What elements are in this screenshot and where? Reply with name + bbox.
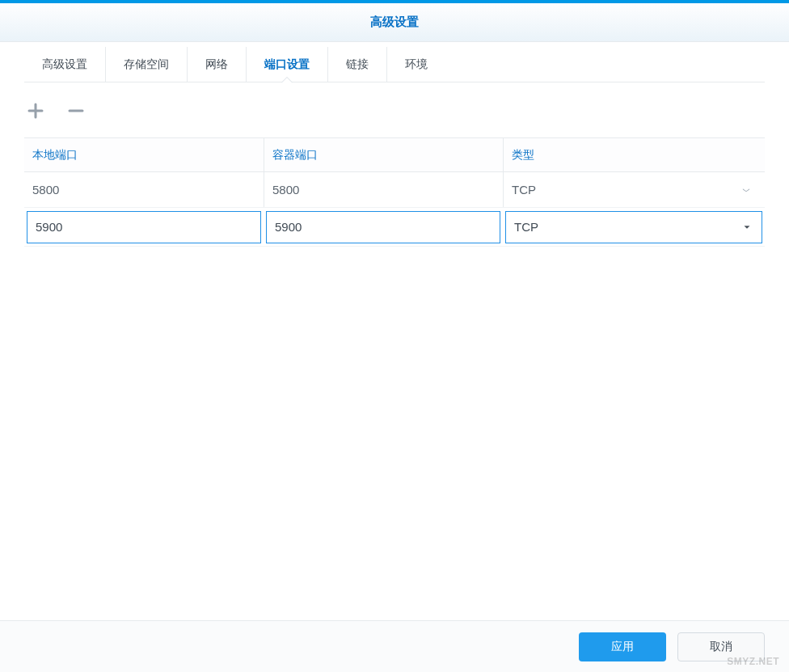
dialog-title: 高级设置 bbox=[370, 15, 419, 30]
apply-button-label: 应用 bbox=[611, 640, 634, 654]
apply-button[interactable]: 应用 bbox=[579, 632, 666, 661]
tab-storage[interactable]: 存储空间 bbox=[105, 47, 187, 82]
type-select[interactable] bbox=[505, 211, 762, 243]
type-select-input[interactable] bbox=[505, 211, 762, 243]
plus-icon bbox=[26, 101, 45, 123]
cell-container-port: 5800 bbox=[264, 172, 503, 207]
cell-type bbox=[503, 208, 765, 246]
dialog-footer: 应用 取消 bbox=[0, 620, 789, 672]
table-row[interactable] bbox=[24, 208, 765, 247]
column-type[interactable]: 类型 bbox=[503, 138, 765, 171]
tab-label: 存储空间 bbox=[124, 57, 169, 72]
minus-icon bbox=[66, 101, 86, 123]
tab-advanced[interactable]: 高级设置 bbox=[24, 47, 105, 82]
tab-bar: 高级设置 存储空间 网络 端口设置 链接 环境 bbox=[24, 47, 765, 82]
tab-label: 端口设置 bbox=[264, 57, 310, 72]
cell-type-value: TCP bbox=[512, 183, 536, 197]
remove-button[interactable] bbox=[65, 100, 87, 123]
cell-container-port bbox=[264, 208, 503, 246]
dialog-body: 高级设置 存储空间 网络 端口设置 链接 环境 本地端口 容器端口 bbox=[0, 42, 789, 620]
toolbar bbox=[24, 82, 765, 137]
container-port-input[interactable] bbox=[266, 211, 500, 243]
tab-label: 网络 bbox=[205, 57, 228, 72]
port-table: 本地端口 容器端口 类型 5800 5800 TCP bbox=[24, 137, 765, 611]
tab-network[interactable]: 网络 bbox=[187, 47, 246, 82]
cell-local-port bbox=[24, 208, 264, 246]
add-button[interactable] bbox=[24, 100, 47, 123]
column-local-port[interactable]: 本地端口 bbox=[24, 138, 264, 171]
cell-type: TCP bbox=[503, 172, 765, 207]
chevron-down-icon bbox=[741, 222, 753, 233]
advanced-settings-dialog: 高级设置 高级设置 存储空间 网络 端口设置 链接 环境 bbox=[0, 0, 789, 672]
table-row[interactable]: 5800 5800 TCP bbox=[24, 172, 765, 208]
dialog-header: 高级设置 bbox=[0, 3, 789, 42]
cell-local-port: 5800 bbox=[24, 172, 264, 207]
cancel-button[interactable]: 取消 bbox=[677, 632, 765, 661]
chevron-down-icon bbox=[740, 184, 752, 196]
tab-links[interactable]: 链接 bbox=[327, 47, 386, 82]
tab-label: 高级设置 bbox=[42, 57, 87, 72]
tab-port-settings[interactable]: 端口设置 bbox=[246, 47, 327, 82]
cancel-button-label: 取消 bbox=[710, 640, 732, 654]
table-header: 本地端口 容器端口 类型 bbox=[24, 138, 765, 172]
tab-label: 链接 bbox=[346, 57, 369, 72]
local-port-input[interactable] bbox=[27, 211, 261, 243]
tab-environment[interactable]: 环境 bbox=[386, 47, 445, 82]
tab-label: 环境 bbox=[405, 57, 428, 72]
close-button[interactable] bbox=[758, 13, 778, 32]
column-container-port[interactable]: 容器端口 bbox=[264, 138, 503, 171]
